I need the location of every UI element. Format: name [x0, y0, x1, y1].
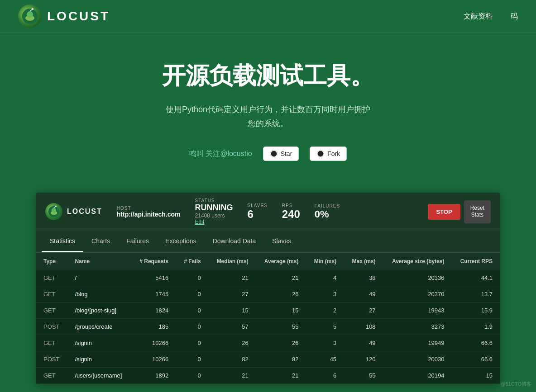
svg-point-11	[55, 206, 57, 207]
logo-icon	[18, 5, 42, 28]
cell-rps: 66.6	[452, 351, 500, 368]
rps-label: RPS	[282, 203, 300, 208]
cell-average: 55	[256, 319, 306, 335]
rps-value: 240	[282, 208, 300, 221]
cell-name: /users/[username]	[67, 368, 131, 384]
app-logo: LOCUST	[45, 203, 102, 220]
cell-rps: 15.9	[452, 302, 500, 319]
col-average: Average (ms)	[256, 253, 306, 270]
cell-avg-size: 20030	[383, 351, 452, 368]
cell-type: POST	[36, 319, 67, 335]
cell-max: 120	[344, 351, 383, 368]
reset-stats-button[interactable]: Reset Stats	[464, 200, 491, 223]
cell-requests: 5416	[131, 270, 176, 286]
cell-name: /blog/[post-slug]	[67, 302, 131, 319]
nav-docs[interactable]: 文献资料	[464, 12, 493, 21]
host-info: HOST http://api.initech.com	[117, 206, 181, 218]
svg-point-2	[27, 11, 33, 18]
cell-max: 55	[344, 368, 383, 384]
cell-max: 49	[344, 286, 383, 302]
cell-fails: 0	[176, 302, 208, 319]
cell-avg-size: 20194	[383, 368, 452, 384]
failures-label: FAILURES	[315, 203, 340, 208]
slaves-label: SLAVES	[248, 203, 268, 208]
app-header: LOCUST HOST http://api.initech.com STATU…	[36, 193, 500, 231]
cell-median: 26	[208, 335, 256, 351]
table-row: POST /signin 10266 0 82 82 45 120 20030 …	[36, 351, 500, 368]
cell-median: 82	[208, 351, 256, 368]
status-info: STATUS RUNNING 21400 users Edit	[195, 198, 233, 225]
app-logo-text: LOCUST	[67, 208, 102, 216]
cell-rps: 1.9	[452, 319, 500, 335]
hero-buttons: 鸣叫 关注@locustio Star Fork	[18, 146, 518, 161]
table-body: GET / 5416 0 21 21 4 38 20336 44.1 GET /…	[36, 270, 500, 384]
cell-rps: 66.6	[452, 335, 500, 351]
table-row: GET / 5416 0 21 21 4 38 20336 44.1	[36, 270, 500, 286]
cell-min: 5	[306, 319, 344, 335]
cell-avg-size: 20336	[383, 270, 452, 286]
cell-median: 57	[208, 319, 256, 335]
cell-fails: 0	[176, 286, 208, 302]
failures-info: FAILURES 0%	[315, 203, 340, 220]
cell-type: POST	[36, 351, 67, 368]
cell-name: /signin	[67, 335, 131, 351]
app-logo-icon	[45, 203, 62, 220]
host-label: HOST	[117, 206, 181, 211]
cell-requests: 1745	[131, 286, 176, 302]
cell-min: 4	[306, 270, 344, 286]
rps-info: RPS 240	[282, 203, 300, 221]
table-row: GET /signin 10266 0 26 26 3 49 19949 66.…	[36, 335, 500, 351]
cell-requests: 10266	[131, 351, 176, 368]
watermark: @51CTO博客	[501, 381, 531, 387]
cell-avg-size: 3273	[383, 319, 452, 335]
tab-exceptions[interactable]: Exceptions	[157, 231, 204, 252]
cell-rps: 13.7	[452, 286, 500, 302]
cell-average: 15	[256, 302, 306, 319]
svg-point-9	[52, 208, 56, 213]
nav-code[interactable]: 码	[511, 12, 518, 21]
cell-min: 3	[306, 335, 344, 351]
edit-link[interactable]: Edit	[195, 219, 233, 225]
brand: LOCUST	[18, 5, 110, 28]
tab-slaves[interactable]: Slaves	[264, 231, 299, 252]
tab-download-data[interactable]: Download Data	[205, 231, 264, 252]
cell-min: 3	[306, 286, 344, 302]
nav-links: 文献资料 码	[464, 12, 518, 21]
col-max: Max (ms)	[344, 253, 383, 270]
cell-average: 21	[256, 368, 306, 384]
cell-requests: 1824	[131, 302, 176, 319]
follow-link[interactable]: 鸣叫 关注@locustio	[189, 149, 252, 159]
data-table: Type Name # Requests # Fails Median (ms)…	[36, 253, 500, 384]
cell-median: 21	[208, 368, 256, 384]
hero-title: 开源负载测试工具。	[18, 60, 518, 92]
col-median: Median (ms)	[208, 253, 256, 270]
slaves-info: SLAVES 6	[248, 203, 268, 221]
cell-name: /blog	[67, 286, 131, 302]
cell-min: 2	[306, 302, 344, 319]
status-users: 21400 users	[195, 213, 233, 219]
cell-max: 49	[344, 335, 383, 351]
cell-type: GET	[36, 302, 67, 319]
cell-avg-size: 20370	[383, 286, 452, 302]
table-row: GET /users/[username] 1892 0 21 21 6 55 …	[36, 368, 500, 384]
cell-average: 82	[256, 351, 306, 368]
cell-min: 45	[306, 351, 344, 368]
cell-fails: 0	[176, 319, 208, 335]
tab-statistics[interactable]: Statistics	[42, 231, 83, 252]
cell-median: 27	[208, 286, 256, 302]
fork-button[interactable]: Fork	[310, 146, 347, 161]
stop-button[interactable]: STOP	[428, 204, 460, 220]
cell-average: 26	[256, 335, 306, 351]
star-button[interactable]: Star	[263, 146, 299, 161]
cell-fails: 0	[176, 270, 208, 286]
cell-fails: 0	[176, 368, 208, 384]
app-status-section: HOST http://api.initech.com STATUS RUNNI…	[117, 198, 414, 225]
cell-max: 108	[344, 319, 383, 335]
table-row: GET /blog/[post-slug] 1824 0 15 15 2 27 …	[36, 302, 500, 319]
cell-rps: 15	[452, 368, 500, 384]
cell-type: GET	[36, 270, 67, 286]
col-min: Min (ms)	[306, 253, 344, 270]
tab-failures[interactable]: Failures	[118, 231, 157, 252]
slaves-value: 6	[248, 208, 268, 221]
tab-charts[interactable]: Charts	[83, 231, 118, 252]
